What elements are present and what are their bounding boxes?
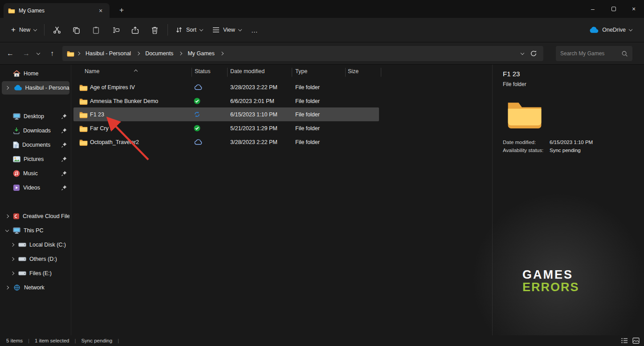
file-name[interactable]: Octopath_Traveler2 (90, 135, 139, 149)
sidebar-item-onedrive-personal[interactable]: Hasibul - Personal (2, 81, 69, 95)
search-icon[interactable] (621, 50, 628, 57)
search-input[interactable] (560, 50, 621, 57)
sidebar-item-pictures[interactable]: Pictures (2, 152, 69, 166)
file-name[interactable]: F1 23 (90, 107, 104, 121)
paste-button[interactable] (86, 22, 106, 37)
column-divider[interactable] (227, 68, 228, 77)
share-button[interactable] (126, 22, 145, 37)
selection-count: 1 item selected (35, 338, 69, 343)
file-name[interactable]: Far Cry 5 (90, 121, 113, 135)
sidebar-item-this-pc[interactable]: This PC (2, 224, 69, 237)
column-header-status[interactable]: Status (195, 68, 210, 74)
folder-icon (79, 139, 88, 146)
pane-divider[interactable] (492, 65, 493, 335)
share-icon (131, 26, 139, 34)
details-view-toggle[interactable] (620, 337, 629, 344)
breadcrumb-chevron-icon[interactable] (135, 52, 141, 55)
delete-button[interactable] (145, 22, 165, 37)
sidebar-item-creative-cloud-files[interactable]: Creative Cloud Files (2, 210, 69, 223)
file-row[interactable]: Octopath_Traveler2 3/28/2023 2:22 PM Fil… (73, 135, 494, 149)
breadcrumb-chevron-icon[interactable] (219, 52, 224, 55)
sort-button-label: Sort (186, 27, 196, 33)
sidebar-item-label: Network (24, 284, 45, 291)
chevron-right-icon[interactable] (10, 258, 15, 260)
pictures-icon (13, 156, 20, 162)
chevron-right-icon[interactable] (4, 86, 10, 89)
sidebar-item-others-d[interactable]: Others (D:) (2, 252, 69, 266)
copy-button[interactable] (67, 22, 86, 37)
back-button[interactable]: ← (4, 47, 17, 60)
column-header-type[interactable]: Type (295, 68, 307, 74)
column-divider[interactable] (381, 68, 381, 77)
explorer-tab[interactable]: My Games × (4, 3, 110, 18)
maximize-button[interactable] (603, 0, 624, 18)
details-folder-icon (505, 98, 545, 128)
cut-button[interactable] (47, 22, 67, 37)
tab-close-icon[interactable]: × (96, 6, 105, 15)
status-cloud-icon (194, 139, 203, 145)
details-availability-value: Sync pending (550, 148, 581, 153)
sort-button[interactable]: Sort (171, 23, 208, 37)
file-row[interactable]: Far Cry 5 5/21/2023 1:29 PM File folder (73, 121, 494, 135)
column-header-name[interactable]: Name (85, 68, 99, 74)
paste-icon (92, 26, 100, 34)
breadcrumb-item[interactable]: Hasibul - Personal (82, 49, 134, 58)
search-box[interactable] (556, 46, 632, 61)
breadcrumb-chevron-icon[interactable] (178, 52, 183, 55)
column-header-date-modified[interactable]: Date modified (230, 68, 265, 74)
file-type: File folder (295, 107, 320, 121)
new-button[interactable]: + New (6, 23, 41, 37)
tab-title: My Games (19, 8, 93, 14)
titlebar[interactable]: My Games × + – × (0, 0, 644, 18)
sidebar-item-local-disk-c[interactable]: Local Disk (C:) (2, 238, 69, 251)
sidebar-item-music[interactable]: Music (2, 167, 69, 180)
toolbar-divider (167, 24, 168, 36)
more-options-button[interactable]: … (246, 23, 263, 37)
file-type: File folder (295, 80, 320, 94)
sidebar-item-desktop[interactable]: Desktop (2, 110, 69, 123)
file-row-selected[interactable]: F1 23 6/15/2023 1:10 PM File folder (73, 107, 379, 121)
file-name[interactable]: Age of Empires IV (90, 80, 135, 94)
file-row[interactable]: Age of Empires IV 3/28/2023 2:22 PM File… (73, 80, 494, 94)
sidebar-item-downloads[interactable]: Downloads (2, 124, 69, 137)
sidebar-item-label: Desktop (24, 113, 44, 119)
documents-icon (13, 141, 19, 148)
refresh-icon[interactable] (530, 50, 537, 57)
column-divider[interactable] (345, 68, 346, 77)
chevron-right-icon[interactable] (4, 286, 10, 289)
rename-button[interactable] (106, 22, 126, 37)
file-name[interactable]: Amnesia The Bunker Demo (90, 94, 158, 108)
file-row[interactable]: Amnesia The Bunker Demo 6/6/2023 2:01 PM… (73, 94, 494, 108)
forward-button[interactable]: → (20, 47, 33, 60)
close-button[interactable]: × (624, 0, 644, 18)
column-divider[interactable] (192, 68, 192, 77)
breadcrumb-item[interactable]: Documents (142, 49, 176, 58)
recent-locations-button[interactable] (33, 47, 44, 60)
details-subtitle: File folder (503, 81, 526, 87)
chevron-right-icon[interactable] (4, 215, 10, 218)
view-button[interactable]: View (208, 23, 246, 37)
new-tab-button[interactable]: + (117, 5, 126, 15)
chevron-right-icon[interactable] (10, 243, 15, 246)
plus-icon: + (11, 26, 16, 33)
onedrive-status-button[interactable]: OneDrive (583, 23, 637, 37)
watermark-glow (454, 187, 644, 346)
chevron-down-icon[interactable] (4, 230, 10, 231)
breadcrumb-item[interactable]: My Games (184, 49, 217, 58)
sidebar-item-home[interactable]: Home (2, 67, 69, 80)
sidebar-item-videos[interactable]: Videos (2, 181, 69, 194)
file-date-modified: 3/28/2023 2:22 PM (230, 135, 277, 149)
column-divider[interactable] (292, 68, 292, 77)
address-bar[interactable]: Hasibul - Personal Documents My Games (62, 46, 543, 61)
address-dropdown-icon[interactable] (521, 51, 524, 55)
column-header-size[interactable]: Size (348, 68, 359, 74)
chevron-right-icon[interactable] (10, 272, 15, 275)
large-icons-view-toggle[interactable] (632, 337, 640, 344)
sidebar-item-documents[interactable]: Documents (2, 138, 69, 152)
up-button[interactable]: ↑ (45, 47, 59, 60)
sidebar-item-files-e[interactable]: Files (E:) (2, 267, 69, 280)
minimize-button[interactable]: – (583, 0, 603, 18)
watermark-errors: ERRORS (522, 280, 579, 294)
sidebar-item-network[interactable]: Network (2, 281, 69, 294)
pin-icon (61, 185, 67, 191)
